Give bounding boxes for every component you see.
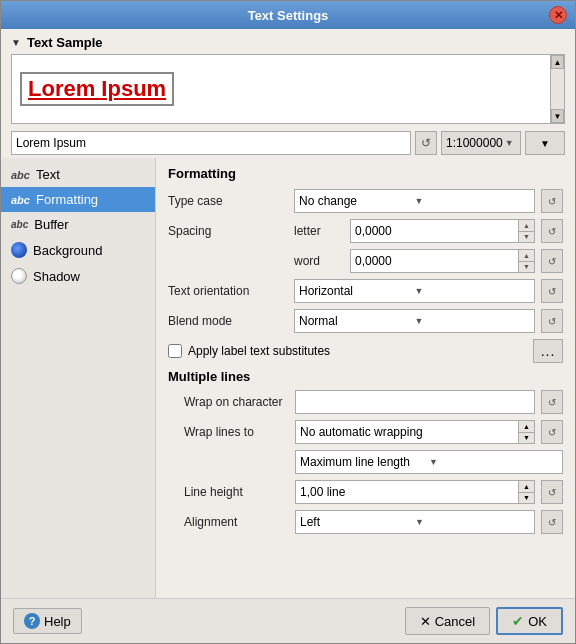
sidebar-item-formatting[interactable]: abc Formatting bbox=[1, 187, 155, 212]
ok-icon: ✔ bbox=[512, 613, 524, 629]
orientation-reset[interactable]: ↺ bbox=[541, 279, 563, 303]
letter-spinbox[interactable]: ▲ ▼ bbox=[350, 219, 535, 243]
orientation-select[interactable]: Horizontal ▼ bbox=[294, 279, 535, 303]
sidebar: abc Text abc Formatting abc Buffer Backg… bbox=[1, 158, 156, 598]
orientation-row: Text orientation Horizontal ▼ ↺ bbox=[168, 279, 563, 303]
ok-label: OK bbox=[528, 614, 547, 629]
text-sample-section: ▼ Text Sample Lorem Ipsum ▲ ▼ bbox=[1, 29, 575, 128]
dropdown-icon: ▼ bbox=[540, 138, 550, 149]
blend-reset[interactable]: ↺ bbox=[541, 309, 563, 333]
spacing-word-row: word ▲ ▼ ↺ bbox=[168, 249, 563, 273]
max-line-select[interactable]: Maximum line length ▼ bbox=[295, 450, 563, 474]
apply-row: Apply label text substitutes ... bbox=[168, 339, 563, 363]
preview-scrollbar: ▲ ▼ bbox=[550, 55, 564, 123]
alignment-reset[interactable]: ↺ bbox=[541, 510, 563, 534]
wrap-lines-reset[interactable]: ↺ bbox=[541, 420, 563, 444]
refresh-button[interactable]: ↺ bbox=[415, 131, 437, 155]
type-case-dropdown-icon: ▼ bbox=[415, 196, 531, 206]
sidebar-label-text: Text bbox=[36, 167, 60, 182]
blend-label: Blend mode bbox=[168, 314, 288, 328]
ratio-dropdown-icon: ▼ bbox=[505, 138, 516, 148]
refresh-icon: ↺ bbox=[421, 136, 431, 150]
dialog-container: Text Settings ✕ ▼ Text Sample Lorem Ipsu… bbox=[0, 0, 576, 644]
wrap-lines-label: Wrap lines to bbox=[184, 425, 289, 439]
abc-icon-buffer: abc bbox=[11, 219, 28, 230]
cancel-icon: ✕ bbox=[420, 614, 431, 629]
content-area: ▼ Text Sample Lorem Ipsum ▲ ▼ ↺ 1:100000… bbox=[1, 29, 575, 598]
wrap-lines-combo[interactable]: No automatic wrapping ▲ ▼ bbox=[295, 420, 535, 444]
background-icon bbox=[11, 242, 27, 258]
word-spinbox[interactable]: ▲ ▼ bbox=[350, 249, 535, 273]
form-area: Formatting Type case No change ▼ ↺ Spaci… bbox=[156, 158, 575, 598]
word-down-arrow[interactable]: ▼ bbox=[519, 262, 534, 273]
word-input[interactable] bbox=[351, 250, 518, 272]
ok-button[interactable]: ✔ OK bbox=[496, 607, 563, 635]
line-height-arrows: ▲ ▼ bbox=[518, 481, 534, 503]
letter-up-arrow[interactable]: ▲ bbox=[519, 220, 534, 232]
line-height-reset[interactable]: ↺ bbox=[541, 480, 563, 504]
shadow-icon bbox=[11, 268, 27, 284]
help-button[interactable]: ? Help bbox=[13, 608, 82, 634]
line-height-down[interactable]: ▼ bbox=[519, 493, 534, 504]
sidebar-item-background[interactable]: Background bbox=[1, 237, 155, 263]
sidebar-item-buffer[interactable]: abc Buffer bbox=[1, 212, 155, 237]
word-label: word bbox=[294, 254, 344, 268]
blend-select[interactable]: Normal ▼ bbox=[294, 309, 535, 333]
alignment-label: Alignment bbox=[184, 515, 289, 529]
wrap-lines-down[interactable]: ▼ bbox=[519, 433, 534, 444]
input-row: ↺ 1:1000000 ▼ ▼ bbox=[1, 128, 575, 158]
line-height-label: Line height bbox=[184, 485, 289, 499]
word-spinbox-arrows: ▲ ▼ bbox=[518, 250, 534, 272]
apply-checkbox[interactable] bbox=[168, 344, 182, 358]
close-button[interactable]: ✕ bbox=[549, 6, 567, 24]
alignment-select[interactable]: Left ▼ bbox=[295, 510, 535, 534]
text-input[interactable] bbox=[11, 131, 411, 155]
multiple-lines-title: Multiple lines bbox=[168, 369, 563, 384]
help-icon: ? bbox=[24, 613, 40, 629]
alignment-dropdown: ▼ bbox=[415, 517, 530, 527]
sidebar-item-shadow[interactable]: Shadow bbox=[1, 263, 155, 289]
dots-button[interactable]: ... bbox=[533, 339, 563, 363]
wrap-lines-up[interactable]: ▲ bbox=[519, 421, 534, 433]
wrap-char-label: Wrap on character bbox=[184, 395, 289, 409]
orientation-label: Text orientation bbox=[168, 284, 288, 298]
blend-value: Normal bbox=[299, 314, 415, 328]
type-case-select[interactable]: No change ▼ bbox=[294, 189, 535, 213]
wrap-char-reset[interactable]: ↺ bbox=[541, 390, 563, 414]
title-bar: Text Settings ✕ bbox=[1, 1, 575, 29]
type-case-row: Type case No change ▼ ↺ bbox=[168, 189, 563, 213]
line-height-up[interactable]: ▲ bbox=[519, 481, 534, 493]
apply-label: Apply label text substitutes bbox=[188, 344, 330, 358]
abc-icon-formatting: abc bbox=[11, 194, 30, 206]
sidebar-label-background: Background bbox=[33, 243, 102, 258]
cancel-button[interactable]: ✕ Cancel bbox=[405, 607, 490, 635]
scroll-up[interactable]: ▲ bbox=[551, 55, 564, 69]
type-case-value: No change bbox=[299, 194, 415, 208]
wrap-char-input[interactable] bbox=[295, 390, 535, 414]
main-area: abc Text abc Formatting abc Buffer Backg… bbox=[1, 158, 575, 598]
line-height-value: 1,00 line bbox=[296, 481, 518, 503]
letter-spinbox-arrows: ▲ ▼ bbox=[518, 220, 534, 242]
sidebar-label-formatting: Formatting bbox=[36, 192, 98, 207]
section-header: ▼ Text Sample bbox=[11, 35, 565, 50]
word-up-arrow[interactable]: ▲ bbox=[519, 250, 534, 262]
line-height-combo[interactable]: 1,00 line ▲ ▼ bbox=[295, 480, 535, 504]
sidebar-item-text[interactable]: abc Text bbox=[1, 162, 155, 187]
wrap-lines-row: Wrap lines to No automatic wrapping ▲ ▼ … bbox=[168, 420, 563, 444]
letter-reset[interactable]: ↺ bbox=[541, 219, 563, 243]
blend-dropdown-icon: ▼ bbox=[415, 316, 531, 326]
type-case-label: Type case bbox=[168, 194, 288, 208]
type-case-reset[interactable]: ↺ bbox=[541, 189, 563, 213]
letter-label: letter bbox=[294, 224, 344, 238]
scroll-down[interactable]: ▼ bbox=[551, 109, 564, 123]
letter-input[interactable] bbox=[351, 220, 518, 242]
zoom-select[interactable]: ▼ bbox=[525, 131, 565, 155]
word-reset[interactable]: ↺ bbox=[541, 249, 563, 273]
footer-buttons: ✕ Cancel ✔ OK bbox=[405, 607, 563, 635]
collapse-arrow[interactable]: ▼ bbox=[11, 37, 21, 48]
letter-down-arrow[interactable]: ▼ bbox=[519, 232, 534, 243]
spacing-label: Spacing bbox=[168, 224, 288, 238]
ratio-select[interactable]: 1:1000000 ▼ bbox=[441, 131, 521, 155]
ratio-value: 1:1000000 bbox=[446, 136, 503, 150]
alignment-row: Alignment Left ▼ ↺ bbox=[168, 510, 563, 534]
